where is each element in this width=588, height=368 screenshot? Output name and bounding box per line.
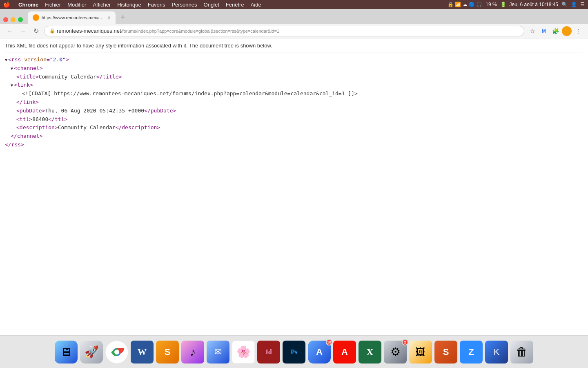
- menu-fichier[interactable]: Fichier: [45, 2, 61, 8]
- forward-button[interactable]: →: [18, 26, 28, 36]
- extension-icon-2[interactable]: 🧩: [550, 26, 560, 36]
- tab-close-button[interactable]: ×: [107, 14, 111, 21]
- profile-icon[interactable]: [562, 26, 572, 36]
- minimize-button[interactable]: [11, 17, 16, 22]
- battery-indicator: 19 %: [486, 2, 497, 7]
- xml-link-open-line: ▼<link>: [5, 81, 583, 90]
- apple-menu[interactable]: 🍎: [3, 1, 10, 8]
- bookmark-icon[interactable]: ☆: [528, 26, 537, 36]
- menu-personnes[interactable]: Personnes: [172, 2, 197, 8]
- xml-info-message: This XML file does not appear to have an…: [5, 43, 583, 52]
- user-icon[interactable]: 👤: [571, 2, 577, 7]
- search-icon[interactable]: 🔍: [561, 2, 568, 7]
- menu-modifier[interactable]: Modifier: [67, 2, 86, 8]
- maximize-button[interactable]: [18, 17, 23, 22]
- battery-icon: 🔋: [500, 2, 506, 7]
- new-tab-button[interactable]: +: [117, 11, 129, 23]
- xml-channel-close-line: </channel>: [5, 132, 583, 141]
- close-button[interactable]: [3, 17, 8, 22]
- xml-channel-open-tag: <channel>: [14, 65, 42, 71]
- active-tab[interactable]: https://www.remontees-meca... ×: [28, 11, 116, 24]
- menu-bar-right: 🔒 📶 ☁ 🔵 🎧 19 % 🔋 Jeu. 6 août à 10:18:45 …: [448, 2, 585, 7]
- datetime-display: Jeu. 6 août à 10:18:45: [510, 2, 558, 7]
- xml-ttl-line: <ttl>86400</ttl>: [5, 115, 583, 124]
- list-icon[interactable]: ☰: [580, 2, 585, 7]
- address-bar: ← → ↻ 🔒 remontees-mecaniques.net /forums…: [0, 24, 588, 38]
- tab-title: https://www.remontees-meca...: [42, 15, 103, 20]
- tab-favicon: [33, 14, 39, 21]
- url-input[interactable]: 🔒 remontees-mecaniques.net /forums/index…: [44, 26, 524, 36]
- tab-bar: https://www.remontees-meca... × +: [0, 9, 588, 24]
- menu-afficher[interactable]: Afficher: [93, 2, 111, 8]
- xml-link-close-line: </link>: [5, 98, 583, 107]
- xml-title-line: <title>Community Calendar</title>: [5, 73, 583, 81]
- xml-rss-line: ▼<rss version="2.0">: [5, 56, 583, 64]
- url-path: /forums/index.php?app=core&module=global…: [121, 29, 279, 34]
- xml-pubdate-line: <pubDate>Thu, 06 Aug 2020 05:42:35 +0000…: [5, 107, 583, 115]
- menu-onglet[interactable]: Onglet: [204, 2, 219, 8]
- back-button[interactable]: ←: [5, 26, 15, 36]
- system-icons: 🔒 📶 ☁ 🔵 🎧: [448, 2, 482, 7]
- menu-bar: 🍎 Chrome Fichier Modifier Afficher Histo…: [0, 0, 588, 9]
- xml-channel-open-line: ▼<channel>: [5, 64, 583, 73]
- menu-chrome[interactable]: Chrome: [18, 2, 38, 8]
- url-domain: remontees-mecaniques.net: [57, 28, 121, 34]
- extension-icon-1[interactable]: M: [539, 26, 549, 36]
- page-content: This XML file does not appear to have an…: [0, 38, 588, 153]
- menu-fenetre[interactable]: Fenêtre: [226, 2, 244, 8]
- menu-historique[interactable]: Historique: [117, 2, 141, 8]
- xml-description-line: <description>Community Calendar</descrip…: [5, 123, 583, 132]
- menu-aide[interactable]: Aide: [251, 2, 261, 8]
- lock-icon: 🔒: [49, 28, 55, 34]
- xml-rss-open-tag: <rss: [8, 56, 24, 63]
- address-bar-actions: ☆ M 🧩 ⋮: [528, 26, 583, 36]
- xml-rss-close-line: </rss>: [5, 141, 583, 149]
- xml-viewer: ▼<rss version="2.0"> ▼<channel> <title>C…: [5, 56, 583, 149]
- reload-button[interactable]: ↻: [31, 26, 41, 36]
- xml-cdata-line: <![CDATA[ https://www.remontees-mecaniqu…: [5, 90, 583, 98]
- menu-favoris[interactable]: Favoris: [148, 2, 165, 8]
- menu-icon[interactable]: ⋮: [573, 26, 583, 36]
